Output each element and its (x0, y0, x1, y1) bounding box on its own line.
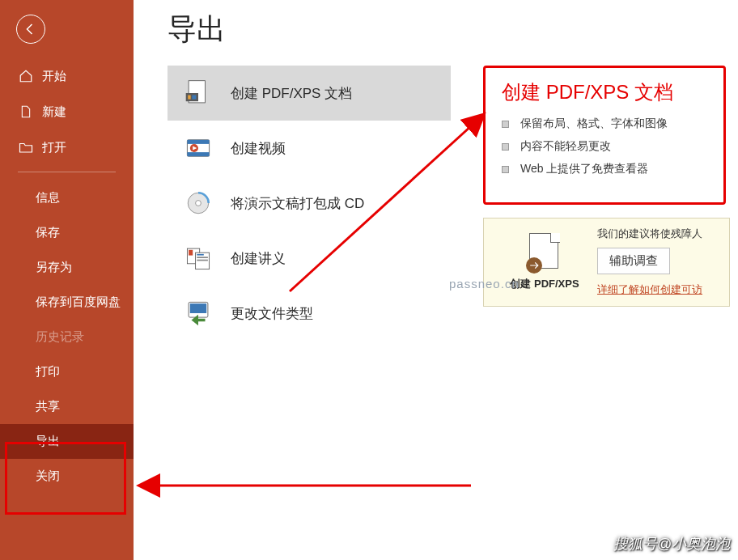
sidebar-label: 信息 (36, 190, 60, 206)
panel-bullet: 内容不能轻易更改 (502, 139, 699, 154)
svg-rect-17 (190, 303, 206, 313)
bullet-square-icon (502, 143, 509, 151)
export-label: 创建讲义 (231, 249, 286, 268)
cd-icon (184, 189, 213, 218)
change-filetype-icon (184, 299, 213, 328)
pdf-document-icon (529, 233, 560, 270)
svg-point-9 (196, 201, 201, 206)
folder-open-icon (18, 139, 34, 155)
export-label: 将演示文稿打包成 CD (231, 194, 364, 213)
main-panel: 导出 创建 PDF/XPS 文档 (134, 0, 738, 560)
sidebar-item-share[interactable]: 共享 (0, 389, 134, 424)
svg-rect-14 (197, 257, 208, 258)
export-label: 更改文件类型 (231, 304, 313, 323)
sidebar-label: 保存 (36, 225, 60, 240)
sidebar-item-save[interactable]: 保存 (0, 215, 134, 250)
export-option-handouts[interactable]: 创建讲义 (168, 231, 451, 286)
svg-rect-13 (197, 254, 204, 256)
svg-rect-11 (189, 250, 193, 256)
sidebar-item-open[interactable]: 打开 (0, 129, 134, 165)
pdf-doc-icon (184, 78, 213, 108)
export-label: 创建 PDF/XPS 文档 (231, 84, 352, 103)
create-caption: 创建 PDF/XPS (492, 277, 597, 291)
sidebar-label: 历史记录 (36, 329, 84, 345)
sidebar-label: 开始 (42, 69, 66, 84)
backstage-sidebar: 开始 新建 打开 信息 保存 另存为 保存到百度网盘 历史记录 打印 共享 导出… (0, 0, 134, 560)
sidebar-item-saveas[interactable]: 另存为 (0, 250, 134, 285)
sidebar-label: 新建 (42, 104, 66, 120)
back-button[interactable] (16, 15, 45, 44)
sidebar-item-close[interactable]: 关闭 (0, 459, 134, 494)
sidebar-label: 打开 (42, 140, 66, 155)
create-pdf-xps-button[interactable]: 创建 PDF/XPS (492, 227, 597, 298)
export-option-change-filetype[interactable]: 更改文件类型 (168, 286, 451, 341)
sidebar-label: 保存到百度网盘 (36, 295, 121, 310)
pdf-xps-highlight-box: 创建 PDF/XPS 文档 保留布局、格式、字体和图像 内容不能轻易更改 Web… (483, 66, 726, 205)
sidebar-label: 共享 (36, 399, 60, 414)
sidebar-item-home[interactable]: 开始 (0, 58, 134, 94)
sidebar-label: 另存为 (36, 260, 72, 275)
bullet-text: 保留布局、格式、字体和图像 (520, 117, 668, 131)
accessibility-check-button[interactable]: 辅助调查 (597, 248, 670, 274)
panel-title: 创建 PDF/XPS 文档 (502, 79, 699, 105)
bullet-text: Web 上提供了免费查看器 (520, 162, 648, 176)
sidebar-label: 导出 (36, 434, 60, 449)
arrow-left-icon (23, 22, 38, 36)
export-option-video[interactable]: 创建视频 (168, 121, 451, 176)
bullet-square-icon (502, 121, 509, 128)
sidebar-item-save-baidu[interactable]: 保存到百度网盘 (0, 285, 134, 320)
handouts-icon (184, 244, 213, 273)
sidebar-item-history: 历史记录 (0, 320, 134, 354)
page-title: 导出 (168, 10, 738, 49)
sidebar-item-new[interactable]: 新建 (0, 94, 134, 129)
svg-rect-6 (187, 152, 209, 156)
export-option-pdf-xps[interactable]: 创建 PDF/XPS 文档 (168, 66, 451, 121)
sidebar-item-print[interactable]: 打印 (0, 354, 134, 389)
video-icon (184, 134, 213, 163)
sidebar-label: 关闭 (36, 469, 60, 484)
export-options-list: 创建 PDF/XPS 文档 创建视频 (168, 66, 451, 341)
accessibility-text: 我们的建议将使残障人 (597, 227, 723, 241)
home-icon (18, 68, 34, 84)
svg-rect-3 (192, 95, 196, 100)
panel-bullet: Web 上提供了免费查看器 (502, 162, 699, 176)
learn-more-link[interactable]: 详细了解如何创建可访 (597, 283, 702, 295)
export-label: 创建视频 (231, 139, 286, 158)
sidebar-label: 打印 (36, 364, 60, 380)
svg-rect-5 (187, 140, 209, 144)
panel-bullet: 保留布局、格式、字体和图像 (502, 117, 699, 131)
bullet-square-icon (502, 166, 509, 173)
sidebar-item-info[interactable]: 信息 (0, 180, 134, 215)
sidebar-item-export[interactable]: 导出 (0, 424, 134, 459)
accessibility-box: 创建 PDF/XPS 我们的建议将使残障人 辅助调查 详细了解如何创建可访 (483, 218, 730, 307)
sidebar-divider (18, 172, 116, 172)
svg-rect-15 (197, 260, 208, 261)
file-new-icon (18, 104, 34, 120)
details-panel: 创建 PDF/XPS 文档 保留布局、格式、字体和图像 内容不能轻易更改 Web… (483, 66, 730, 307)
svg-rect-2 (188, 95, 190, 100)
export-option-package-cd[interactable]: 将演示文稿打包成 CD (168, 176, 451, 231)
bullet-text: 内容不能轻易更改 (520, 139, 611, 154)
